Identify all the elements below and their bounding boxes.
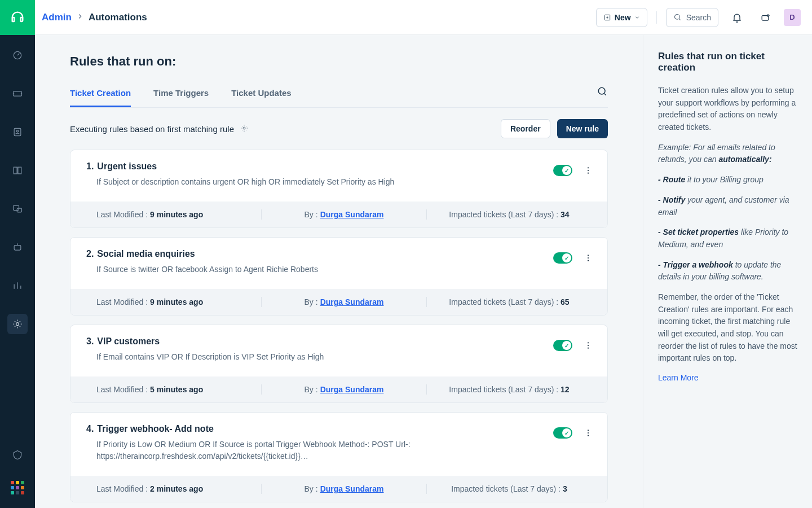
rule-toggle[interactable]: ✓ xyxy=(553,165,572,176)
freddy-ai-icon[interactable] xyxy=(756,8,775,27)
rule-card[interactable]: 1.Urgent issues If Subject or descriptio… xyxy=(70,150,608,228)
rule-modified: 2 minutes ago xyxy=(150,484,203,493)
notifications-icon[interactable] xyxy=(727,8,747,27)
breadcrumb-admin-link[interactable]: Admin xyxy=(42,12,72,23)
chevron-right-icon xyxy=(76,12,84,23)
rule-modified: 9 minutes ago xyxy=(150,210,203,219)
rule-title: Trigger webhook- Add note xyxy=(97,424,214,434)
svg-rect-1 xyxy=(14,91,22,96)
new-button-label: New xyxy=(615,13,631,22)
nav-settings-icon[interactable] xyxy=(7,314,28,334)
rule-modified: 5 minutes ago xyxy=(150,385,203,394)
rule-number: 1. xyxy=(86,161,94,172)
nav-dashboard-icon[interactable] xyxy=(7,45,28,65)
filter-search-icon[interactable] xyxy=(597,86,608,104)
nav-bot-icon[interactable] xyxy=(7,237,28,257)
svg-point-9 xyxy=(674,15,679,20)
plus-box-icon xyxy=(603,14,611,21)
svg-point-13 xyxy=(588,167,589,168)
rule-author-link[interactable]: Durga Sundaram xyxy=(320,385,384,394)
nav-contacts-icon[interactable] xyxy=(7,122,28,142)
new-button[interactable]: New xyxy=(596,8,647,27)
rule-author-link[interactable]: Durga Sundaram xyxy=(320,297,384,306)
info-paragraph: Ticket creation rules allow you to setup… xyxy=(658,85,797,134)
svg-point-16 xyxy=(588,255,589,256)
tab-ticket-creation[interactable]: Ticket Creation xyxy=(70,82,131,107)
global-search-button[interactable]: Search xyxy=(666,8,718,27)
rule-impacted-count: 34 xyxy=(561,210,570,219)
exec-row: Executing rules based on first matching … xyxy=(70,119,608,138)
info-paragraph: Remember, the order of the 'Ticket Creat… xyxy=(658,291,797,365)
svg-rect-6 xyxy=(14,246,21,250)
info-bullet: - Trigger a webhook to update the detail… xyxy=(658,259,797,283)
app-logo[interactable] xyxy=(0,0,35,35)
info-bullet: - Set ticket properties like Priority to… xyxy=(658,226,797,251)
svg-point-14 xyxy=(588,170,589,171)
svg-rect-4 xyxy=(14,205,19,210)
divider xyxy=(656,11,657,24)
info-title: Rules that run on ticket creation xyxy=(658,51,797,73)
info-panel: Rules that run on ticket creation Ticket… xyxy=(643,35,812,508)
rule-menu-icon[interactable] xyxy=(582,252,594,264)
rule-title: Urgent issues xyxy=(97,161,157,172)
svg-point-15 xyxy=(588,173,589,174)
rule-toggle[interactable]: ✓ xyxy=(553,340,572,351)
nav-apps-icon[interactable] xyxy=(11,481,24,494)
reorder-button[interactable]: Reorder xyxy=(501,119,550,138)
rule-toggle[interactable]: ✓ xyxy=(553,252,572,264)
rule-description: If Subject or description contains urgen… xyxy=(86,176,447,188)
page-title: Rules that run on: xyxy=(70,54,608,69)
svg-point-21 xyxy=(588,348,589,349)
rule-footer: Last Modified : 2 minutes ago By : Durga… xyxy=(70,476,607,502)
new-rule-button[interactable]: New rule xyxy=(557,119,608,138)
rule-author-link[interactable]: Durga Sundaram xyxy=(320,210,384,219)
rule-card[interactable]: 4.Trigger webhook- Add note If Priority … xyxy=(70,412,608,502)
rule-menu-icon[interactable] xyxy=(582,165,594,176)
rule-author-link[interactable]: Durga Sundaram xyxy=(320,484,384,493)
rule-description: If Email contains VIP OR If Description … xyxy=(86,351,447,363)
rule-description: If Priority is Low OR Medium OR If Sourc… xyxy=(86,439,447,462)
svg-point-12 xyxy=(243,127,245,129)
tab-ticket-updates[interactable]: Ticket Updates xyxy=(231,82,291,107)
svg-point-24 xyxy=(588,435,589,436)
rule-footer: Last Modified : 5 minutes ago By : Durga… xyxy=(70,376,607,402)
nav-social-icon[interactable] xyxy=(7,199,28,219)
rule-menu-icon[interactable] xyxy=(582,427,594,439)
rule-impacted-count: 3 xyxy=(563,484,567,493)
rule-card[interactable]: 2.Social media enquiries If Source is tw… xyxy=(70,237,608,316)
svg-point-19 xyxy=(588,342,589,343)
info-example: Example: For all emails related to refun… xyxy=(658,142,797,166)
nav-tickets-icon[interactable] xyxy=(7,84,28,104)
breadcrumb-current: Automations xyxy=(89,12,147,23)
nav-help-icon[interactable] xyxy=(7,445,28,465)
rule-description: If Source is twitter OR facebook Assign … xyxy=(86,264,447,275)
rule-footer: Last Modified : 9 minutes ago By : Durga… xyxy=(70,289,607,315)
info-bullet: - Route it to your Billing group xyxy=(658,174,797,186)
svg-point-18 xyxy=(588,260,589,261)
rule-card[interactable]: 3.VIP customers If Email contains VIP OR… xyxy=(70,325,608,403)
rule-menu-icon[interactable] xyxy=(582,340,594,351)
rule-impacted-count: 65 xyxy=(561,297,570,306)
search-button-label: Search xyxy=(686,13,711,22)
svg-point-3 xyxy=(16,130,18,132)
tab-time-triggers[interactable]: Time Triggers xyxy=(153,82,209,107)
rule-number: 2. xyxy=(86,249,94,259)
rule-toggle[interactable]: ✓ xyxy=(553,427,572,439)
left-nav xyxy=(0,0,35,508)
nav-reports-icon[interactable] xyxy=(7,275,28,296)
svg-point-23 xyxy=(588,432,589,433)
nav-kb-icon[interactable] xyxy=(7,160,28,181)
tabs-row: Ticket CreationTime TriggersTicket Updat… xyxy=(70,82,608,108)
search-icon xyxy=(673,13,682,21)
svg-point-22 xyxy=(588,430,589,431)
user-avatar[interactable]: D xyxy=(784,9,801,26)
rule-title: Social media enquiries xyxy=(97,249,195,259)
learn-more-link[interactable]: Learn More xyxy=(658,373,699,382)
svg-point-17 xyxy=(588,257,589,259)
svg-point-20 xyxy=(588,345,589,346)
topbar: Admin Automations New Search D xyxy=(35,0,812,35)
svg-point-7 xyxy=(16,323,19,326)
rule-footer: Last Modified : 9 minutes ago By : Durga… xyxy=(70,202,607,227)
rule-modified: 9 minutes ago xyxy=(150,297,203,306)
gear-icon[interactable] xyxy=(240,124,249,134)
